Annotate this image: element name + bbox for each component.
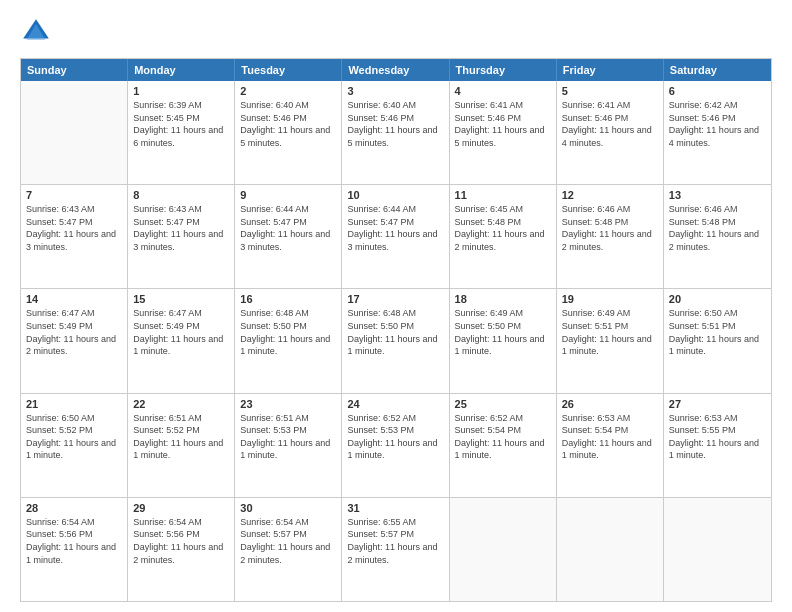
cell-info: Sunrise: 6:49 AMSunset: 5:50 PMDaylight:… xyxy=(455,307,551,357)
calendar-body: 1Sunrise: 6:39 AMSunset: 5:45 PMDaylight… xyxy=(21,81,771,601)
calendar-cell-0-0 xyxy=(21,81,128,184)
day-number: 21 xyxy=(26,398,122,410)
day-number: 22 xyxy=(133,398,229,410)
calendar-cell-0-1: 1Sunrise: 6:39 AMSunset: 5:45 PMDaylight… xyxy=(128,81,235,184)
cell-info: Sunrise: 6:41 AMSunset: 5:46 PMDaylight:… xyxy=(455,99,551,149)
calendar-cell-4-5 xyxy=(557,498,664,601)
calendar-row-3: 21Sunrise: 6:50 AMSunset: 5:52 PMDayligh… xyxy=(21,393,771,497)
cell-info: Sunrise: 6:55 AMSunset: 5:57 PMDaylight:… xyxy=(347,516,443,566)
day-number: 2 xyxy=(240,85,336,97)
calendar-cell-3-3: 24Sunrise: 6:52 AMSunset: 5:53 PMDayligh… xyxy=(342,394,449,497)
cell-info: Sunrise: 6:53 AMSunset: 5:55 PMDaylight:… xyxy=(669,412,766,462)
calendar-cell-3-1: 22Sunrise: 6:51 AMSunset: 5:52 PMDayligh… xyxy=(128,394,235,497)
cell-info: Sunrise: 6:48 AMSunset: 5:50 PMDaylight:… xyxy=(347,307,443,357)
day-number: 9 xyxy=(240,189,336,201)
cell-info: Sunrise: 6:47 AMSunset: 5:49 PMDaylight:… xyxy=(133,307,229,357)
calendar-cell-4-3: 31Sunrise: 6:55 AMSunset: 5:57 PMDayligh… xyxy=(342,498,449,601)
day-number: 20 xyxy=(669,293,766,305)
cell-info: Sunrise: 6:50 AMSunset: 5:51 PMDaylight:… xyxy=(669,307,766,357)
calendar-cell-2-5: 19Sunrise: 6:49 AMSunset: 5:51 PMDayligh… xyxy=(557,289,664,392)
weekday-header-tuesday: Tuesday xyxy=(235,59,342,81)
cell-info: Sunrise: 6:45 AMSunset: 5:48 PMDaylight:… xyxy=(455,203,551,253)
calendar-cell-1-0: 7Sunrise: 6:43 AMSunset: 5:47 PMDaylight… xyxy=(21,185,128,288)
day-number: 30 xyxy=(240,502,336,514)
cell-info: Sunrise: 6:51 AMSunset: 5:52 PMDaylight:… xyxy=(133,412,229,462)
calendar-cell-3-6: 27Sunrise: 6:53 AMSunset: 5:55 PMDayligh… xyxy=(664,394,771,497)
weekday-header-monday: Monday xyxy=(128,59,235,81)
page: SundayMondayTuesdayWednesdayThursdayFrid… xyxy=(0,0,792,612)
day-number: 8 xyxy=(133,189,229,201)
cell-info: Sunrise: 6:48 AMSunset: 5:50 PMDaylight:… xyxy=(240,307,336,357)
day-number: 25 xyxy=(455,398,551,410)
day-number: 28 xyxy=(26,502,122,514)
cell-info: Sunrise: 6:43 AMSunset: 5:47 PMDaylight:… xyxy=(133,203,229,253)
day-number: 10 xyxy=(347,189,443,201)
calendar-cell-4-6 xyxy=(664,498,771,601)
day-number: 11 xyxy=(455,189,551,201)
cell-info: Sunrise: 6:41 AMSunset: 5:46 PMDaylight:… xyxy=(562,99,658,149)
cell-info: Sunrise: 6:54 AMSunset: 5:57 PMDaylight:… xyxy=(240,516,336,566)
cell-info: Sunrise: 6:40 AMSunset: 5:46 PMDaylight:… xyxy=(347,99,443,149)
calendar-cell-4-4 xyxy=(450,498,557,601)
cell-info: Sunrise: 6:40 AMSunset: 5:46 PMDaylight:… xyxy=(240,99,336,149)
day-number: 13 xyxy=(669,189,766,201)
calendar-cell-1-6: 13Sunrise: 6:46 AMSunset: 5:48 PMDayligh… xyxy=(664,185,771,288)
calendar-cell-3-0: 21Sunrise: 6:50 AMSunset: 5:52 PMDayligh… xyxy=(21,394,128,497)
calendar-cell-2-2: 16Sunrise: 6:48 AMSunset: 5:50 PMDayligh… xyxy=(235,289,342,392)
header xyxy=(20,16,772,48)
calendar-cell-1-2: 9Sunrise: 6:44 AMSunset: 5:47 PMDaylight… xyxy=(235,185,342,288)
calendar-cell-2-1: 15Sunrise: 6:47 AMSunset: 5:49 PMDayligh… xyxy=(128,289,235,392)
logo xyxy=(20,16,56,48)
weekday-header-friday: Friday xyxy=(557,59,664,81)
calendar-cell-0-4: 4Sunrise: 6:41 AMSunset: 5:46 PMDaylight… xyxy=(450,81,557,184)
calendar-cell-1-3: 10Sunrise: 6:44 AMSunset: 5:47 PMDayligh… xyxy=(342,185,449,288)
weekday-header-saturday: Saturday xyxy=(664,59,771,81)
cell-info: Sunrise: 6:43 AMSunset: 5:47 PMDaylight:… xyxy=(26,203,122,253)
day-number: 17 xyxy=(347,293,443,305)
calendar-header: SundayMondayTuesdayWednesdayThursdayFrid… xyxy=(21,59,771,81)
weekday-header-thursday: Thursday xyxy=(450,59,557,81)
calendar-cell-4-2: 30Sunrise: 6:54 AMSunset: 5:57 PMDayligh… xyxy=(235,498,342,601)
day-number: 4 xyxy=(455,85,551,97)
cell-info: Sunrise: 6:47 AMSunset: 5:49 PMDaylight:… xyxy=(26,307,122,357)
cell-info: Sunrise: 6:44 AMSunset: 5:47 PMDaylight:… xyxy=(240,203,336,253)
calendar-row-1: 7Sunrise: 6:43 AMSunset: 5:47 PMDaylight… xyxy=(21,184,771,288)
cell-info: Sunrise: 6:53 AMSunset: 5:54 PMDaylight:… xyxy=(562,412,658,462)
cell-info: Sunrise: 6:52 AMSunset: 5:54 PMDaylight:… xyxy=(455,412,551,462)
calendar-cell-4-1: 29Sunrise: 6:54 AMSunset: 5:56 PMDayligh… xyxy=(128,498,235,601)
calendar-cell-0-5: 5Sunrise: 6:41 AMSunset: 5:46 PMDaylight… xyxy=(557,81,664,184)
calendar-row-2: 14Sunrise: 6:47 AMSunset: 5:49 PMDayligh… xyxy=(21,288,771,392)
day-number: 15 xyxy=(133,293,229,305)
day-number: 18 xyxy=(455,293,551,305)
day-number: 6 xyxy=(669,85,766,97)
cell-info: Sunrise: 6:54 AMSunset: 5:56 PMDaylight:… xyxy=(133,516,229,566)
calendar-cell-2-0: 14Sunrise: 6:47 AMSunset: 5:49 PMDayligh… xyxy=(21,289,128,392)
calendar-cell-2-4: 18Sunrise: 6:49 AMSunset: 5:50 PMDayligh… xyxy=(450,289,557,392)
cell-info: Sunrise: 6:46 AMSunset: 5:48 PMDaylight:… xyxy=(669,203,766,253)
calendar-cell-1-1: 8Sunrise: 6:43 AMSunset: 5:47 PMDaylight… xyxy=(128,185,235,288)
day-number: 29 xyxy=(133,502,229,514)
cell-info: Sunrise: 6:46 AMSunset: 5:48 PMDaylight:… xyxy=(562,203,658,253)
day-number: 5 xyxy=(562,85,658,97)
day-number: 14 xyxy=(26,293,122,305)
calendar-row-4: 28Sunrise: 6:54 AMSunset: 5:56 PMDayligh… xyxy=(21,497,771,601)
calendar-cell-4-0: 28Sunrise: 6:54 AMSunset: 5:56 PMDayligh… xyxy=(21,498,128,601)
cell-info: Sunrise: 6:51 AMSunset: 5:53 PMDaylight:… xyxy=(240,412,336,462)
weekday-header-sunday: Sunday xyxy=(21,59,128,81)
cell-info: Sunrise: 6:39 AMSunset: 5:45 PMDaylight:… xyxy=(133,99,229,149)
calendar-cell-0-2: 2Sunrise: 6:40 AMSunset: 5:46 PMDaylight… xyxy=(235,81,342,184)
day-number: 12 xyxy=(562,189,658,201)
cell-info: Sunrise: 6:44 AMSunset: 5:47 PMDaylight:… xyxy=(347,203,443,253)
calendar-cell-1-5: 12Sunrise: 6:46 AMSunset: 5:48 PMDayligh… xyxy=(557,185,664,288)
day-number: 7 xyxy=(26,189,122,201)
cell-info: Sunrise: 6:54 AMSunset: 5:56 PMDaylight:… xyxy=(26,516,122,566)
cell-info: Sunrise: 6:52 AMSunset: 5:53 PMDaylight:… xyxy=(347,412,443,462)
cell-info: Sunrise: 6:49 AMSunset: 5:51 PMDaylight:… xyxy=(562,307,658,357)
cell-info: Sunrise: 6:50 AMSunset: 5:52 PMDaylight:… xyxy=(26,412,122,462)
day-number: 23 xyxy=(240,398,336,410)
calendar-cell-2-6: 20Sunrise: 6:50 AMSunset: 5:51 PMDayligh… xyxy=(664,289,771,392)
day-number: 27 xyxy=(669,398,766,410)
day-number: 16 xyxy=(240,293,336,305)
calendar-row-0: 1Sunrise: 6:39 AMSunset: 5:45 PMDaylight… xyxy=(21,81,771,184)
calendar-cell-0-6: 6Sunrise: 6:42 AMSunset: 5:46 PMDaylight… xyxy=(664,81,771,184)
